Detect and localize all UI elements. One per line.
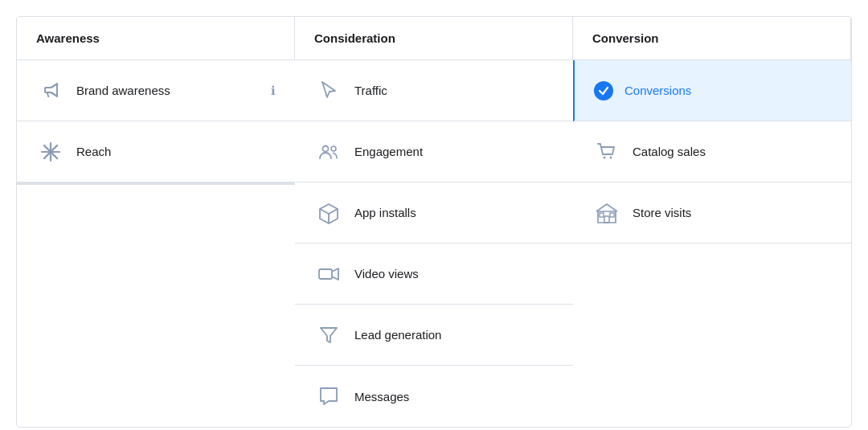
lead-generation-icon (314, 321, 343, 350)
video-views-label: Video views (354, 267, 419, 281)
reach-option[interactable]: Reach (17, 121, 295, 182)
awareness-body: Brand awareness ℹ Reach (17, 60, 295, 185)
store-visits-label: Store visits (633, 206, 691, 219)
consideration-body: Traffic Engagement (295, 60, 573, 427)
reach-icon (36, 137, 65, 166)
brand-awareness-label: Brand awareness (76, 84, 170, 97)
conversions-label: Conversions (624, 84, 691, 97)
app-installs-label: App installs (354, 206, 416, 219)
svg-point-4 (323, 145, 329, 151)
brand-awareness-info-icon[interactable]: ℹ (271, 84, 276, 98)
lead-generation-label: Lead generation (354, 328, 441, 342)
consideration-column: Consideration Traffic (295, 17, 573, 427)
traffic-icon (314, 76, 343, 105)
catalog-sales-icon (592, 137, 621, 166)
messages-icon (314, 382, 343, 411)
catalog-sales-option[interactable]: Catalog sales (573, 121, 851, 182)
svg-rect-13 (600, 213, 604, 217)
messages-option[interactable]: Messages (295, 366, 573, 427)
conversion-header: Conversion (573, 17, 851, 60)
engagement-label: Engagement (354, 145, 423, 158)
conversion-body: Conversions Catalog sales (573, 60, 851, 244)
svg-point-9 (604, 156, 606, 158)
conversions-option[interactable]: Conversions (573, 60, 851, 121)
consideration-header: Consideration (295, 17, 573, 60)
svg-point-5 (331, 146, 336, 151)
campaign-objective-grid: Awareness Brand awareness ℹ (16, 16, 852, 428)
megaphone-icon (36, 76, 65, 105)
engagement-icon (314, 137, 343, 166)
app-installs-icon (314, 199, 343, 227)
store-visits-icon (592, 199, 621, 227)
store-visits-option[interactable]: Store visits (573, 182, 851, 244)
spacer3 (17, 184, 295, 185)
traffic-option[interactable]: Traffic (295, 60, 573, 121)
svg-rect-12 (604, 216, 609, 223)
conversions-check-icon (594, 81, 613, 100)
lead-generation-option[interactable]: Lead generation (295, 305, 573, 366)
conversion-column: Conversion Conversions (573, 17, 851, 427)
app-installs-option[interactable]: App installs (295, 182, 573, 244)
catalog-sales-label: Catalog sales (633, 145, 706, 158)
messages-label: Messages (354, 390, 409, 403)
svg-point-10 (610, 156, 612, 158)
svg-rect-8 (319, 269, 332, 279)
svg-rect-14 (610, 213, 614, 217)
engagement-option[interactable]: Engagement (295, 121, 573, 182)
awareness-column: Awareness Brand awareness ℹ (17, 17, 295, 427)
video-views-icon (314, 260, 343, 289)
traffic-label: Traffic (354, 84, 387, 97)
awareness-header: Awareness (17, 17, 295, 60)
brand-awareness-option[interactable]: Brand awareness ℹ (17, 60, 295, 121)
video-views-option[interactable]: Video views (295, 244, 573, 305)
reach-label: Reach (76, 145, 111, 158)
